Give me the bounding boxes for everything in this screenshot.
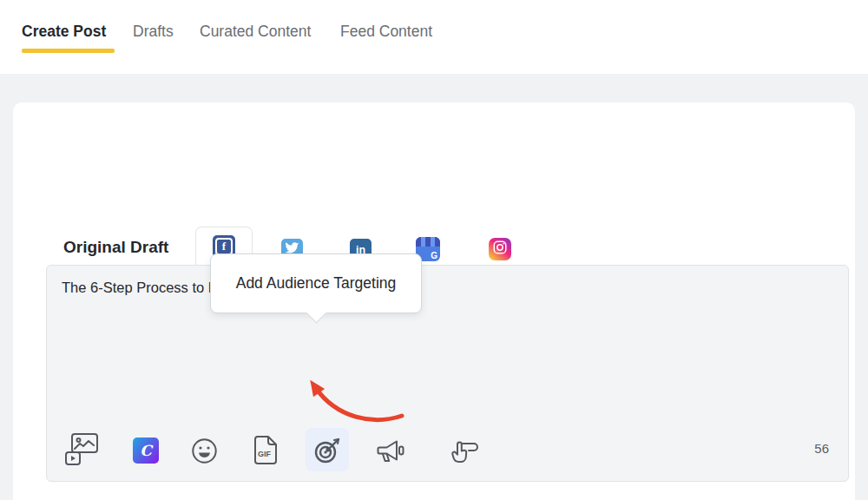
tab-drafts[interactable]: Drafts — [133, 23, 174, 41]
audience-targeting-tooltip: Add Audience Targeting — [210, 253, 422, 313]
emoji-icon — [191, 438, 218, 464]
original-draft-label: Original Draft — [63, 238, 168, 257]
character-count: 56 — [814, 441, 829, 456]
active-tab-underline — [22, 49, 115, 53]
media-icon — [64, 431, 99, 469]
network-tab-instagram[interactable] — [489, 238, 511, 260]
emoji-button[interactable] — [191, 438, 218, 464]
composer-card: Original Draft f in G — [13, 102, 855, 500]
boost-button[interactable] — [377, 438, 405, 464]
audience-targeting-icon — [313, 436, 342, 464]
gif-button[interactable]: GIF — [253, 435, 278, 465]
tab-feed-content[interactable]: Feed Content — [340, 23, 432, 41]
megaphone-icon — [377, 438, 405, 464]
tab-create-post[interactable]: Create Post — [22, 23, 106, 41]
click-pointer-icon — [449, 437, 480, 464]
canva-button[interactable]: C — [133, 438, 159, 464]
top-navigation: Create Post Drafts Curated Content Feed … — [0, 0, 868, 74]
canva-icon: C — [140, 442, 152, 459]
gif-icon: GIF — [253, 435, 278, 465]
gmb-icon — [416, 237, 440, 247]
tooltip-text: Add Audience Targeting — [236, 274, 397, 293]
tab-curated-content[interactable]: Curated Content — [200, 23, 311, 41]
svg-text:GIF: GIF — [258, 450, 272, 458]
add-media-button[interactable] — [64, 431, 99, 469]
post-composer[interactable]: The 6-Step Process to Build a Digital Ma… — [46, 265, 849, 482]
utm-tracking-button[interactable] — [449, 437, 480, 464]
create-post-screen: Create Post Drafts Curated Content Feed … — [0, 0, 868, 500]
instagram-icon — [492, 240, 508, 259]
audience-targeting-button[interactable] — [306, 428, 349, 471]
